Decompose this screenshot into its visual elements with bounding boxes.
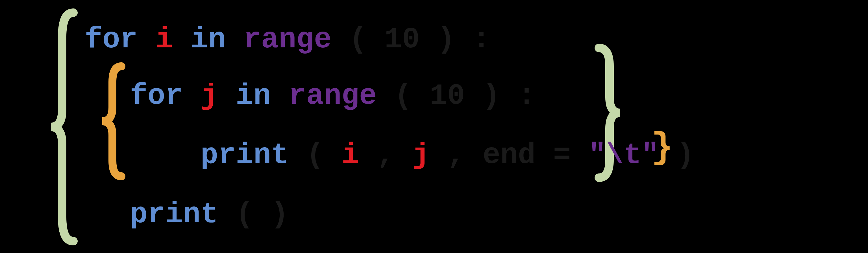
code-line-1: for i in range ( 10 ) : xyxy=(85,11,490,68)
inner-brace-right: } xyxy=(651,120,673,176)
outer-brace-left xyxy=(46,8,81,245)
paren-close: ) xyxy=(437,23,455,56)
function-print: print xyxy=(130,198,218,231)
code-line-3: print ( i , j , end = "\t" ) } xyxy=(200,127,694,183)
paren-close: ) xyxy=(483,79,500,113)
number-literal: 10 xyxy=(430,79,465,113)
function-print: print xyxy=(200,139,289,172)
keyword-for: for xyxy=(130,79,183,113)
comma: , xyxy=(377,139,394,172)
keyword-for: for xyxy=(85,23,137,56)
comma: , xyxy=(447,139,465,172)
paren-open: ( xyxy=(236,198,253,231)
number-literal: 10 xyxy=(384,23,420,56)
code-line-4: print ( ) xyxy=(130,186,289,243)
keyword-in: in xyxy=(191,23,226,56)
function-range: range xyxy=(289,79,377,113)
paren-close: ) xyxy=(677,139,694,172)
variable-j: j xyxy=(200,79,218,113)
kwarg-end: end xyxy=(483,139,535,172)
inner-brace-left xyxy=(99,62,127,181)
keyword-in: in xyxy=(236,79,271,113)
paren-open: ( xyxy=(349,23,367,56)
equals: = xyxy=(553,139,570,172)
string-literal: "\t" xyxy=(588,139,659,172)
variable-i: i xyxy=(155,23,173,56)
paren-open: ( xyxy=(394,79,412,113)
code-line-2: for j in range ( 10 ) : xyxy=(130,68,535,124)
colon: : xyxy=(518,79,535,113)
function-range: range xyxy=(244,23,332,56)
variable-i: i xyxy=(341,139,359,172)
paren-close: ) xyxy=(271,198,288,231)
colon: : xyxy=(472,23,490,56)
variable-j: j xyxy=(412,139,430,172)
paren-open: ( xyxy=(306,139,324,172)
